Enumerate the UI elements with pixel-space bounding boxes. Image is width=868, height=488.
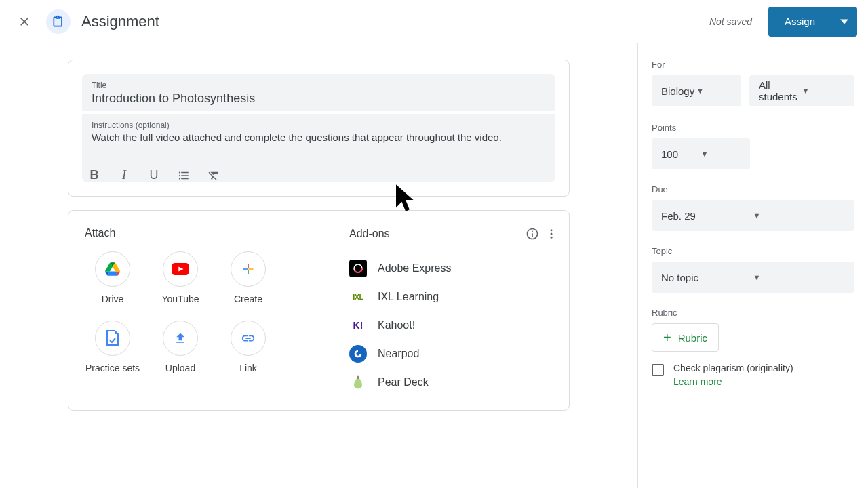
svg-point-2 xyxy=(551,233,553,235)
attach-youtube[interactable]: YouTube xyxy=(153,251,208,304)
points-value: 100 xyxy=(661,148,701,160)
clear-format-icon xyxy=(208,169,220,182)
rubric-button-label: Rubric xyxy=(678,332,707,344)
close-icon xyxy=(18,15,31,28)
page-title: Assignment xyxy=(81,13,159,30)
link-icon xyxy=(231,321,266,356)
chevron-down-icon: ▼ xyxy=(802,87,846,95)
due-dropdown[interactable]: Feb. 29 ▼ xyxy=(652,200,854,231)
addon-nearpod[interactable]: Nearpod xyxy=(349,340,561,368)
title-field[interactable]: Title xyxy=(82,74,555,111)
addon-adobe-express-label: Adobe Express xyxy=(378,262,452,274)
assignment-card: Title Instructions (optional) Watch the … xyxy=(68,60,570,197)
instructions-label: Instructions (optional) xyxy=(92,121,546,130)
chevron-down-icon xyxy=(840,18,848,26)
addon-ixl-label: IXL Learning xyxy=(378,291,439,303)
points-label: Points xyxy=(652,123,854,133)
plagiarism-label: Check plagarism (originality) xyxy=(673,363,793,373)
attach-drive-label: Drive xyxy=(102,293,124,304)
students-value: All students xyxy=(759,79,802,102)
save-status: Not saved xyxy=(709,16,752,27)
attach-heading: Attach xyxy=(85,227,313,239)
kahoot-icon: K! xyxy=(349,317,367,334)
addon-peardeck[interactable]: Pear Deck xyxy=(349,368,561,396)
attach-upload-label: Upload xyxy=(165,363,195,373)
attach-create[interactable]: Create xyxy=(220,251,276,304)
info-icon xyxy=(526,227,539,241)
students-dropdown[interactable]: All students ▼ xyxy=(749,75,854,106)
chevron-down-icon: ▼ xyxy=(753,273,846,281)
topic-label: Topic xyxy=(652,246,854,256)
assign-button[interactable]: Assign xyxy=(768,7,831,37)
app-header: Assignment Not saved Assign xyxy=(0,0,868,43)
practice-sets-icon xyxy=(95,321,130,356)
title-label: Title xyxy=(92,81,546,90)
attach-drive[interactable]: Drive xyxy=(85,251,140,304)
class-value: Biology xyxy=(661,85,696,97)
adobe-express-icon xyxy=(349,260,367,277)
title-input[interactable] xyxy=(92,92,546,106)
addons-more-button[interactable] xyxy=(542,224,561,243)
class-dropdown[interactable]: Biology ▼ xyxy=(652,75,741,106)
underline-button[interactable]: U xyxy=(146,168,162,182)
instructions-field[interactable]: Instructions (optional) Watch the full v… xyxy=(82,114,555,161)
instructions-input[interactable]: Watch the full video attached and comple… xyxy=(92,131,546,156)
bulleted-list-button[interactable] xyxy=(176,168,192,182)
attach-upload[interactable]: Upload xyxy=(153,321,208,373)
chevron-down-icon: ▼ xyxy=(753,211,846,220)
youtube-icon xyxy=(163,251,198,287)
topic-value: No topic xyxy=(661,272,753,283)
sidebar: For Biology ▼ All students ▼ Points 100 … xyxy=(637,43,868,488)
assign-button-group: Assign xyxy=(768,7,857,37)
chevron-down-icon: ▼ xyxy=(701,150,741,158)
attach-link-label: Link xyxy=(239,363,257,373)
attach-section: Attach Drive YouTube xyxy=(68,211,330,410)
more-vert-icon xyxy=(545,228,557,240)
plus-icon: + xyxy=(663,330,671,346)
plagiarism-checkbox[interactable] xyxy=(652,364,664,376)
peardeck-icon xyxy=(349,373,367,391)
svg-point-1 xyxy=(551,229,553,231)
italic-button[interactable]: I xyxy=(116,168,132,182)
attach-youtube-label: YouTube xyxy=(161,293,199,304)
addon-kahoot[interactable]: K! Kahoot! xyxy=(349,311,561,340)
main-panel: Title Instructions (optional) Watch the … xyxy=(0,43,637,488)
attach-practice-sets-label: Practice sets xyxy=(85,363,140,373)
attach-link[interactable]: Link xyxy=(220,321,276,373)
addon-nearpod-label: Nearpod xyxy=(378,348,419,360)
addon-peardeck-label: Pear Deck xyxy=(378,376,429,388)
clear-formatting-button[interactable] xyxy=(205,168,222,182)
create-icon xyxy=(231,251,266,287)
ixl-icon: IXL xyxy=(349,288,367,306)
addon-adobe-express[interactable]: Adobe Express xyxy=(349,254,561,283)
chevron-down-icon: ▼ xyxy=(696,87,732,95)
points-dropdown[interactable]: 100 ▼ xyxy=(652,138,750,169)
assignment-icon xyxy=(46,9,71,34)
addons-info-button[interactable] xyxy=(523,224,542,243)
due-value: Feb. 29 xyxy=(661,210,753,222)
upload-icon xyxy=(163,321,198,356)
attach-create-label: Create xyxy=(234,293,262,304)
drive-icon xyxy=(95,251,130,287)
addons-section: Add-ons Adobe Express xyxy=(330,211,569,410)
list-icon xyxy=(178,169,190,182)
due-label: Due xyxy=(652,184,854,195)
addon-kahoot-label: Kahoot! xyxy=(378,319,415,331)
rubric-label: Rubric xyxy=(652,308,854,318)
svg-point-3 xyxy=(551,237,553,239)
bold-button[interactable]: B xyxy=(86,168,102,182)
assign-dropdown-button[interactable] xyxy=(831,7,857,37)
for-label: For xyxy=(652,60,854,70)
learn-more-link[interactable]: Learn more xyxy=(673,376,793,387)
attach-practice-sets[interactable]: Practice sets xyxy=(85,321,140,373)
addons-heading: Add-ons xyxy=(349,228,523,240)
topic-dropdown[interactable]: No topic ▼ xyxy=(652,262,854,293)
nearpod-icon xyxy=(349,345,367,363)
close-button[interactable] xyxy=(11,8,38,35)
rubric-button[interactable]: + Rubric xyxy=(652,323,719,352)
addon-ixl[interactable]: IXL IXL Learning xyxy=(349,283,561,311)
format-toolbar: B I U xyxy=(82,161,555,182)
attach-addons-card: Attach Drive YouTube xyxy=(68,210,570,411)
